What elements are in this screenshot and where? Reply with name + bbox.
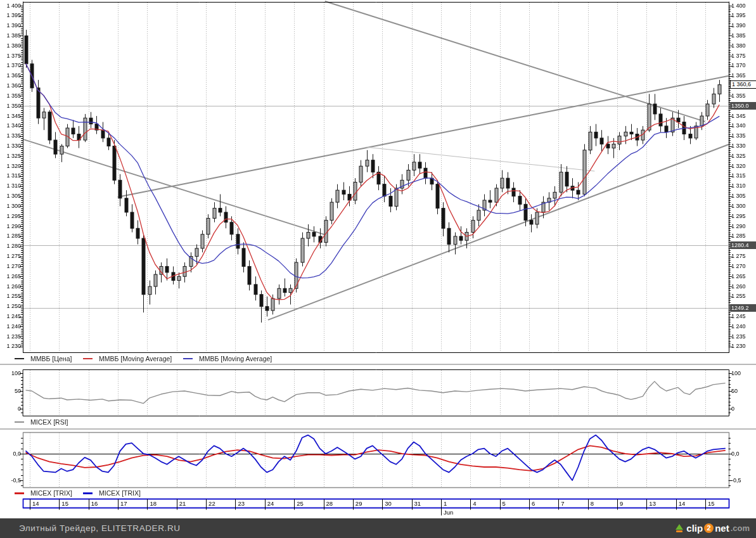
y-axis-label: 1 325: [731, 153, 746, 160]
date-cell: 8: [591, 500, 594, 508]
y-axis-label: 1 285: [731, 233, 746, 240]
upload-arrow-icon: [676, 524, 683, 532]
y-axis-label: 1 250: [0, 303, 21, 310]
date-cell: 29: [356, 500, 362, 508]
y-axis-label: 1 280: [0, 243, 21, 250]
y-axis-label: 1 300: [731, 203, 746, 210]
y-axis-label: 1 245: [0, 313, 21, 320]
legend-item-trix-red: MICEX [TRIX]: [15, 488, 72, 498]
y-axis-label: 1 345: [731, 113, 746, 120]
y-axis-label: 1 230: [0, 343, 21, 350]
chart-canvas: [0, 0, 756, 518]
legend-label: MICEX [RSI]: [30, 418, 68, 426]
date-cell: 17: [120, 500, 127, 508]
date-cell: 6: [532, 500, 535, 508]
y-axis-label: 1 235: [0, 333, 21, 340]
chart-window: ММВБ [Цена] ММВБ [Moving Average] ММВБ […: [0, 0, 756, 538]
date-cell: 7: [561, 500, 564, 508]
y-axis-label: 1 290: [0, 223, 21, 230]
trix-red-swatch: [15, 492, 24, 494]
y-axis-label: 1 345: [0, 113, 21, 120]
y-axis-label: 1 365: [0, 72, 21, 79]
rsi-axis-label: 0: [731, 406, 734, 413]
ma-fast-swatch: [83, 358, 93, 359]
legend-item-ma-slow: ММВБ [Moving Average]: [183, 354, 272, 364]
y-axis-label: 1 295: [731, 213, 746, 220]
legend-label: MICEX [TRIX]: [99, 489, 141, 497]
level-badge-1350: 1350.0: [730, 102, 756, 110]
price-legend: ММВБ [Цена] ММВБ [Moving Average] ММВБ […: [0, 354, 756, 364]
date-cell: 31: [414, 500, 421, 508]
y-axis-label: 1 275: [0, 253, 21, 260]
y-axis-label: 1 265: [731, 273, 746, 280]
trix-axis-label: 0,0: [0, 451, 21, 458]
trix-axis-label: -0,5: [731, 477, 741, 484]
date-cell: 4: [473, 500, 476, 508]
logo-word-net: net: [715, 523, 729, 534]
y-axis-label: 1 365: [731, 72, 746, 79]
y-axis-label: 1 335: [0, 132, 21, 139]
legend-item-trix-blue: MICEX [TRIX]: [83, 488, 141, 498]
date-cell: 23: [238, 500, 245, 508]
rsi-series-swatch: [15, 421, 24, 423]
rsi-axis-label: 100: [731, 370, 741, 377]
date-cell: 22: [208, 500, 215, 508]
y-axis-label: 1 305: [0, 193, 21, 200]
y-axis-label: 1 270: [731, 263, 746, 270]
watermark-text: Элитный Трейдер, ELITETRADER.RU: [19, 523, 181, 533]
y-axis-label: 1 290: [731, 223, 746, 230]
clip2net-logo[interactable]: clip 2 net .com: [676, 518, 750, 538]
legend-label: ММВБ [Moving Average]: [99, 355, 172, 362]
level-badge-1280: 1280.4: [730, 241, 756, 249]
rsi-axis-label: 50: [731, 388, 738, 395]
logo-digit-badge: 2: [704, 523, 714, 533]
date-cell: 1: [444, 500, 447, 508]
rsi-axis-label: 100: [0, 370, 21, 377]
ma-slow-swatch: [183, 358, 193, 359]
y-axis-label: 1 285: [0, 233, 21, 240]
trix-legend: MICEX [TRIX] MICEX [TRIX]: [0, 488, 756, 498]
y-axis-label: 1 370: [0, 62, 21, 69]
y-axis-label: 1 375: [731, 53, 746, 60]
legend-label: ММВБ [Цена]: [30, 355, 72, 362]
date-cell: 25: [297, 500, 304, 508]
legend-item-price: ММВБ [Цена]: [15, 354, 72, 364]
y-axis-label: 1 260: [731, 283, 746, 290]
legend-label: MICEX [TRIX]: [30, 489, 72, 497]
date-cell: 9: [620, 500, 623, 508]
y-axis-label: 1 305: [731, 193, 746, 200]
y-axis-label: 1 355: [731, 93, 746, 99]
rsi-axis-label: 50: [0, 388, 21, 395]
y-axis-label: 1 395: [731, 12, 746, 19]
y-axis-label: 1 360: [0, 82, 21, 89]
y-axis-label: 1 270: [0, 263, 21, 270]
y-axis-label: 1 390: [0, 22, 21, 29]
rsi-axis-label: 0: [0, 406, 21, 413]
logo-word-clip: clip: [686, 523, 703, 534]
y-axis-label: 1 350: [0, 103, 21, 110]
last-price-badge: 1 360,6: [730, 80, 756, 89]
date-cell: 15: [61, 500, 68, 508]
y-axis-label: 1 400: [731, 3, 746, 10]
y-axis-label: 1 395: [0, 12, 21, 19]
y-axis-label: 1 235: [731, 333, 746, 340]
logo-suffix: .com: [731, 523, 750, 533]
y-axis-label: 1 240: [731, 323, 746, 330]
legend-label: ММВБ [Moving Average]: [199, 355, 272, 362]
price-series-swatch: [15, 358, 24, 359]
y-axis-label: 1 385: [731, 32, 746, 39]
y-axis-label: 1 245: [731, 313, 746, 320]
y-axis-label: 1 315: [0, 172, 21, 179]
y-axis-label: 1 375: [0, 53, 21, 60]
y-axis-label: 1 300: [0, 203, 21, 210]
y-axis-label: 1 325: [0, 153, 21, 160]
date-cell: 30: [385, 500, 392, 508]
trix-axis-label: -0,5: [0, 477, 21, 484]
date-cell: 15: [708, 500, 715, 508]
y-axis-label: 1 320: [731, 163, 746, 170]
y-axis-label: 1 340: [731, 122, 746, 129]
date-cell: 18: [150, 500, 157, 508]
y-axis-label: 1 400: [0, 3, 21, 10]
y-axis-label: 1 310: [0, 183, 21, 189]
y-axis-label: 1 230: [731, 343, 746, 350]
